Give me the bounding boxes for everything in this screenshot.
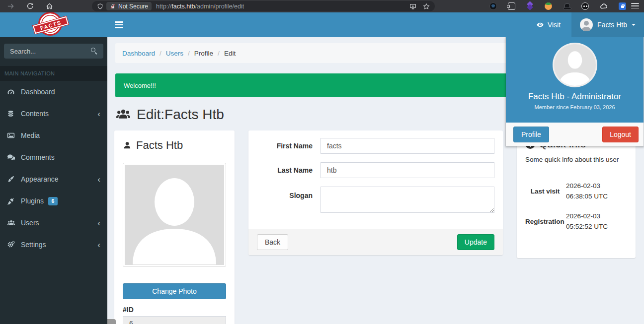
robot-extension-icon[interactable] <box>581 2 589 10</box>
edit-form-card: First Name Last Name Slogan Back Update <box>248 130 503 255</box>
profile-button[interactable]: Profile <box>513 127 549 142</box>
person-icon <box>123 141 132 150</box>
sidebar-item-label: Plugins <box>21 197 44 205</box>
user-dropdown-header: Facts Htb - Administrator Member since F… <box>506 37 644 123</box>
sidebar-item-label: Settings <box>21 241 46 249</box>
first-name-label: First Name <box>257 142 321 150</box>
sidebar-item-label: Comments <box>21 153 55 161</box>
flag-lock-extension-icon[interactable] <box>619 2 626 10</box>
forward-icon[interactable] <box>7 2 14 10</box>
profile-photo-frame <box>123 163 226 267</box>
browser-toolbar: Not Secure http://facts.htb/admin/profil… <box>0 0 644 12</box>
registration-value: 2026-02-03 05:52:52 UTC <box>565 211 627 232</box>
chevron-left-icon: ‹ <box>97 110 100 118</box>
cloud-extension-icon[interactable] <box>600 2 608 10</box>
slogan-field[interactable] <box>321 187 494 213</box>
shield-icon[interactable] <box>97 3 103 10</box>
extensions-bar <box>489 0 626 12</box>
last-visit-row: Last visit 2026-02-03 06:38:05 UTC <box>525 181 627 202</box>
breadcrumb-link-dashboard[interactable]: Dashboard <box>122 50 155 57</box>
avatar <box>553 43 597 87</box>
registration-row: Registration 2026-02-03 05:52:52 UTC <box>525 211 627 232</box>
logout-button[interactable]: Logout <box>602 127 639 142</box>
reload-icon[interactable] <box>26 2 34 10</box>
sidebar-item-label: Contents <box>21 110 49 118</box>
sidebar-search <box>4 44 103 59</box>
url-bar[interactable]: Not Secure http://facts.htb/admin/profil… <box>92 1 435 11</box>
change-photo-button[interactable]: Change Photo <box>123 283 226 299</box>
paint-brush-icon <box>7 176 19 183</box>
camera-extension-icon[interactable] <box>489 2 497 10</box>
users-icon <box>7 219 19 227</box>
plugins-count-badge: 6 <box>48 197 58 205</box>
last-visit-value: 2026-02-03 06:38:05 UTC <box>565 181 627 202</box>
last-visit-label: Last visit <box>525 187 565 196</box>
logo-area[interactable]: FACTS <box>0 12 107 37</box>
purple-layers-extension-icon[interactable] <box>526 2 534 10</box>
sidebar-item-settings[interactable]: Settings ‹ <box>0 234 107 256</box>
tachometer-icon <box>7 88 19 96</box>
not-secure-chip[interactable]: Not Secure <box>106 2 152 10</box>
sidebar-item-dashboard[interactable]: Dashboard <box>0 81 107 103</box>
gears-icon <box>7 241 19 249</box>
slogan-label: Slogan <box>257 187 321 199</box>
plug-icon <box>7 197 19 205</box>
quick-info-subtitle: Some quick info about this user <box>525 156 627 163</box>
last-name-label: Last Name <box>257 166 321 174</box>
cast-icon[interactable] <box>409 3 416 10</box>
sidebar-menu: Dashboard Contents ‹ Media Comments Appe… <box>0 81 107 256</box>
sidebar-item-plugins[interactable]: Plugins 6 <box>0 190 107 212</box>
registration-label: Registration <box>525 217 565 227</box>
navbar-user-name: Facts Htb <box>597 21 627 29</box>
last-name-field[interactable] <box>321 162 494 178</box>
lock-crossed-icon <box>110 3 116 9</box>
sidebar-item-contents[interactable]: Contents ‹ <box>0 103 107 125</box>
visit-label: Visit <box>548 21 561 29</box>
breadcrumb-link-users[interactable]: Users <box>166 50 183 57</box>
first-name-field[interactable] <box>321 138 494 154</box>
sidebar-item-label: Appearance <box>21 175 59 183</box>
id-field <box>123 316 226 324</box>
page-title: Edit:Facts Htb <box>115 107 224 123</box>
chevron-left-icon: ‹ <box>97 241 100 249</box>
sidebar-toggle-icon[interactable] <box>107 12 130 37</box>
main-content: Dashboard / Users / Profile / Edit Welco… <box>107 37 644 324</box>
id-label: #ID <box>123 306 226 314</box>
sidebar-item-comments[interactable]: Comments <box>0 146 107 168</box>
sidebar-item-label: Users <box>21 219 39 227</box>
chevron-left-icon: ‹ <box>97 175 100 184</box>
dropdown-user-name: Facts Htb - Administrator <box>528 92 621 102</box>
visit-link[interactable]: Visit <box>525 12 571 37</box>
user-menu-toggle[interactable]: Facts Htb <box>571 12 644 37</box>
form-footer: Back Update <box>248 229 503 255</box>
browser-menu-icon[interactable] <box>631 3 639 8</box>
avatar <box>580 18 593 31</box>
profile-card: Facts Htb Change Photo #ID <box>114 130 235 324</box>
back-button[interactable]: Back <box>257 234 288 250</box>
top-navbar: Visit Facts Htb <box>107 12 644 37</box>
sidebar: FACTS MAIN NAVIGATION Dashboard Contents… <box>0 12 107 324</box>
users-icon <box>115 108 131 122</box>
hat-extension-icon[interactable] <box>563 2 570 10</box>
profile-photo-placeholder <box>125 165 224 265</box>
facts-logo: FACTS <box>35 11 66 40</box>
bookmark-star-icon[interactable] <box>423 3 430 10</box>
home-icon[interactable] <box>46 2 53 10</box>
database-icon <box>7 110 19 118</box>
scrollbar-thumb[interactable] <box>107 319 116 324</box>
foxyproxy-extension-icon[interactable] <box>545 2 552 10</box>
image-icon <box>7 131 19 139</box>
breadcrumb-edit: Edit <box>224 50 236 57</box>
user-dropdown-footer: Profile Logout <box>506 123 644 146</box>
sidebar-item-appearance[interactable]: Appearance ‹ <box>0 168 107 190</box>
update-button[interactable]: Update <box>457 234 494 250</box>
puzzle-extension-icon[interactable] <box>508 2 515 10</box>
sidebar-item-users[interactable]: Users ‹ <box>0 212 107 234</box>
profile-card-heading: Facts Htb <box>136 139 183 152</box>
quick-info-card: Quick Info Some quick info about this us… <box>517 130 636 258</box>
comments-icon <box>7 153 19 161</box>
address-text: http://facts.htb/admin/profile/edit <box>156 3 244 10</box>
search-button[interactable] <box>87 44 101 59</box>
user-dropdown-menu: Facts Htb - Administrator Member since F… <box>505 37 644 146</box>
sidebar-item-media[interactable]: Media <box>0 125 107 146</box>
